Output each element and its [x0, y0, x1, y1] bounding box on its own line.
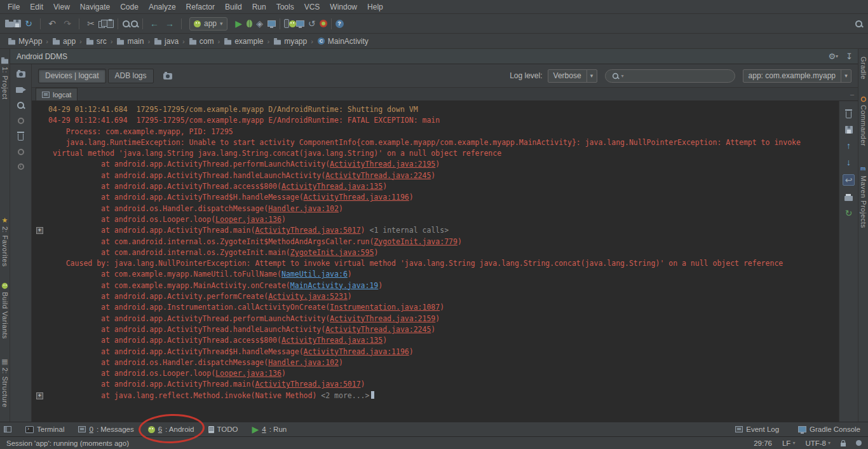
- crumb-com[interactable]: com: [187, 36, 215, 46]
- rerun-icon[interactable]: ↻: [845, 209, 853, 218]
- menu-window[interactable]: Window: [325, 1, 362, 13]
- caret-position[interactable]: 29:76: [754, 439, 772, 447]
- export-log-icon[interactable]: [845, 126, 853, 134]
- stack-trace-link[interactable]: Handler.java:102: [268, 204, 339, 213]
- stack-trace-link[interactable]: Looper.java:136: [215, 215, 281, 224]
- highlighting-level-icon[interactable]: [856, 440, 862, 446]
- log-level-select[interactable]: Verbose ▾: [548, 69, 597, 83]
- search-everywhere-icon[interactable]: [855, 20, 863, 28]
- crumb-myap-p[interactable]: MyAp​p: [6, 36, 43, 46]
- gear-icon[interactable]: ⚙▾: [828, 52, 838, 60]
- event-log-button[interactable]: Event Log: [735, 425, 779, 433]
- print-icon[interactable]: [844, 196, 853, 201]
- menu-tools[interactable]: Tools: [271, 1, 299, 13]
- stack-trace-link[interactable]: ActivityThread.java:1196: [304, 193, 409, 202]
- replace-icon[interactable]: [130, 20, 139, 28]
- copy-icon[interactable]: [98, 20, 107, 27]
- logcat-console[interactable]: 04-29 01:12:41.684 17295-17295/com.examp…: [32, 101, 839, 422]
- ddms-tab-devices-logcat[interactable]: Devices | logcat: [38, 69, 106, 83]
- crumb-src[interactable]: src: [85, 36, 108, 46]
- heap-dump-icon[interactable]: [18, 149, 24, 155]
- avd-manager-icon[interactable]: [284, 19, 289, 28]
- menu-edit[interactable]: Edit: [25, 1, 48, 13]
- next-stack-trace-icon[interactable]: ↓: [846, 158, 851, 167]
- tab-messages[interactable]: 0: Messages: [78, 425, 133, 433]
- stack-trace-link[interactable]: ActivityThread.java:5017: [255, 380, 360, 389]
- find-icon[interactable]: [122, 20, 130, 28]
- menu-code[interactable]: Code: [115, 1, 144, 13]
- logcat-search[interactable]: ▾: [605, 69, 735, 83]
- run-config-select[interactable]: app▾: [189, 17, 227, 31]
- stack-trace-link[interactable]: ActivityThread.java:1196: [304, 347, 409, 356]
- debug-icon[interactable]: [247, 20, 252, 27]
- stack-trace-link[interactable]: Handler.java:102: [268, 358, 339, 367]
- capture-info-icon[interactable]: [17, 101, 25, 109]
- menu-analyze[interactable]: Analyze: [144, 1, 181, 13]
- ddms-tab-adb-logs[interactable]: ADB logs: [108, 69, 154, 83]
- tab-android[interactable]: 6: Android: [148, 425, 194, 433]
- attach-debugger-icon[interactable]: [320, 20, 327, 27]
- stack-trace-link[interactable]: MainActivity.java:19: [290, 281, 378, 290]
- tab-logcat[interactable]: logcat: [36, 88, 78, 100]
- crumb-mainactivity[interactable]: MainActivity: [316, 36, 370, 46]
- menu-refactor[interactable]: Refactor: [181, 1, 220, 13]
- crumb-java[interactable]: java: [153, 36, 180, 46]
- coverage-icon[interactable]: ◈: [252, 17, 268, 31]
- expand-fold-icon[interactable]: +: [36, 392, 43, 399]
- stack-trace-link[interactable]: ActivityThread.java:135: [281, 182, 383, 191]
- help-icon[interactable]: [336, 20, 344, 28]
- run-icon[interactable]: ▶: [231, 17, 247, 31]
- stack-trace-link[interactable]: ActivityThread.java:5017: [255, 226, 360, 235]
- stack-trace-link[interactable]: Instrumentation.java:1087: [330, 303, 440, 312]
- undo-icon[interactable]: ↶: [44, 17, 60, 31]
- soft-wrap-icon[interactable]: ↩: [843, 174, 855, 186]
- stripe-build-variants[interactable]: Build Variants: [1, 282, 9, 339]
- hide-panel-icon[interactable]: ↧: [846, 52, 853, 60]
- cut-icon[interactable]: ✂: [83, 17, 98, 31]
- stack-trace-link[interactable]: ActivityThread.java:2245: [325, 325, 431, 334]
- stripe-commander[interactable]: Commander: [860, 96, 867, 146]
- stack-trace-link[interactable]: Looper.java:136: [215, 369, 281, 378]
- crumb-main[interactable]: main: [115, 36, 145, 46]
- menu-navigate[interactable]: Navigate: [75, 1, 115, 13]
- stripe-structure[interactable]: ▦2: Structure: [1, 358, 9, 408]
- app-filter-select[interactable]: app: com.example.myapp ▾: [743, 69, 851, 83]
- save-all-icon[interactable]: [13, 20, 21, 27]
- method-trace-icon[interactable]: [18, 163, 24, 170]
- sync-icon[interactable]: ↻: [21, 17, 36, 31]
- stripe-gradle[interactable]: Gradle: [860, 57, 867, 79]
- stripe-maven-projects[interactable]: Maven Projects: [860, 164, 867, 228]
- menu-file[interactable]: File: [3, 1, 25, 13]
- prev-stack-trace-icon[interactable]: ↑: [846, 141, 851, 150]
- sdk-manager-icon[interactable]: [289, 20, 296, 27]
- crumb-example[interactable]: example: [222, 36, 264, 46]
- stack-trace-link[interactable]: ActivityThread.java:135: [281, 336, 383, 345]
- logcat-search-input[interactable]: [626, 72, 729, 79]
- forward-icon[interactable]: →: [162, 17, 177, 31]
- gradle-console-button[interactable]: Gradle Console: [798, 425, 860, 433]
- open-icon[interactable]: [5, 22, 13, 27]
- encoding[interactable]: UTF-8▾: [805, 439, 831, 447]
- back-icon[interactable]: ←: [147, 17, 162, 31]
- tab-run[interactable]: ▶4: Run: [252, 425, 287, 434]
- stack-trace-link[interactable]: ActivityThread.java:2245: [325, 171, 431, 180]
- stack-trace-link[interactable]: NameUtil.java:6: [281, 270, 348, 279]
- stack-trace-link[interactable]: ActivityThread.java:2195: [330, 160, 435, 169]
- stack-trace-link[interactable]: ActivityThread.java:2159: [330, 314, 435, 323]
- lock-icon[interactable]: [841, 443, 846, 446]
- screen-capture-icon[interactable]: [17, 71, 25, 78]
- device-monitor-icon[interactable]: [296, 20, 304, 27]
- stack-trace-link[interactable]: Activity.java:5231: [268, 292, 348, 301]
- clear-log-icon[interactable]: [846, 111, 851, 118]
- stack-trace-link[interactable]: ZygoteInit.java:595: [290, 248, 374, 257]
- menu-run[interactable]: Run: [247, 1, 271, 13]
- menu-vcs[interactable]: VCS: [299, 1, 325, 13]
- expand-fold-icon[interactable]: +: [36, 227, 43, 234]
- crumb-myapp[interactable]: myapp: [272, 36, 308, 46]
- stack-trace-link[interactable]: ZygoteInit.java:779: [374, 237, 458, 246]
- tab-todo[interactable]: TODO: [208, 425, 238, 433]
- profile-icon[interactable]: [268, 20, 276, 27]
- crumb-app[interactable]: app: [51, 36, 77, 46]
- tool-windows-icon[interactable]: [4, 426, 11, 432]
- menu-build[interactable]: Build: [220, 1, 247, 13]
